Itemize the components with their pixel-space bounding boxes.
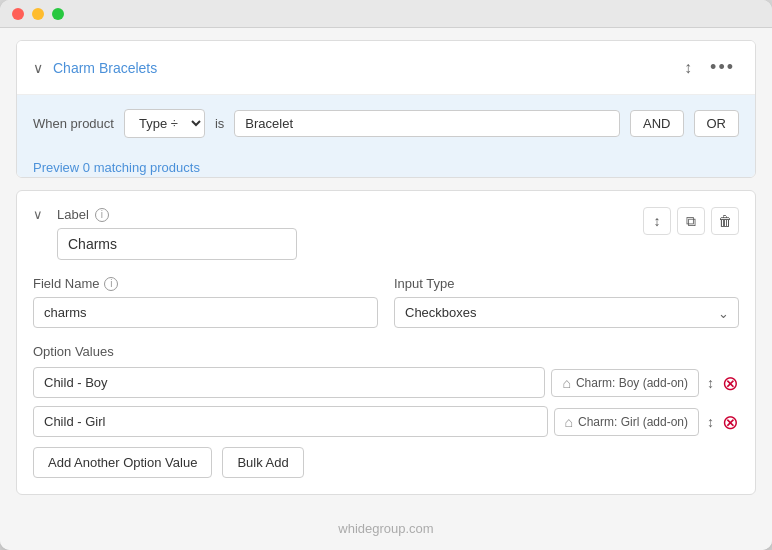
chevron-down-icon[interactable]: ∨ [33, 60, 43, 76]
bracelet-value-input[interactable] [234, 110, 620, 137]
dots-icon: ••• [710, 57, 735, 78]
sort-arrows-icon: ↕ [684, 59, 692, 77]
label-info-icon[interactable]: i [95, 208, 109, 222]
option-row-2: ⌂ Charm: Girl (add-on) ↕ ⊗ [33, 406, 739, 437]
bottom-buttons: Add Another Option Value Bulk Add [33, 447, 739, 478]
charms-header: ∨ Label i ↕ ⧉ 🗑 [33, 207, 739, 260]
and-button[interactable]: AND [630, 110, 683, 137]
input-type-select[interactable]: Checkboxes Radio Dropdown Text [394, 297, 739, 328]
bulk-add-button[interactable]: Bulk Add [222, 447, 303, 478]
input-type-label: Input Type [394, 276, 739, 291]
input-type-group: Input Type Checkboxes Radio Dropdown Tex… [394, 276, 739, 328]
charms-chevron-icon[interactable]: ∨ [33, 207, 43, 222]
option-row-1: ⌂ Charm: Boy (add-on) ↕ ⊗ [33, 367, 739, 398]
close-button[interactable] [12, 8, 24, 20]
input-type-wrapper: Checkboxes Radio Dropdown Text [394, 297, 739, 328]
option-remove-icon-1[interactable]: ⊗ [722, 371, 739, 395]
minimize-button[interactable] [32, 8, 44, 20]
charms-delete-button[interactable]: 🗑 [711, 207, 739, 235]
header-actions: ↕ ••• [680, 55, 739, 80]
trash-icon: 🗑 [718, 213, 732, 229]
field-name-input[interactable] [33, 297, 378, 328]
charms-section: ∨ Label i ↕ ⧉ 🗑 [16, 190, 756, 495]
or-button[interactable]: OR [694, 110, 740, 137]
condition-row: When product Type ÷ is AND OR [17, 95, 755, 152]
titlebar [0, 0, 772, 28]
sort-arrows-icon: ↕ [654, 213, 661, 229]
option-sort-icon-2[interactable]: ↕ [705, 412, 716, 432]
type-select[interactable]: Type ÷ [124, 109, 205, 138]
more-options-button[interactable]: ••• [706, 55, 739, 80]
charm-bracelets-card: ∨ Charm Bracelets ↕ ••• When product Typ… [16, 40, 756, 178]
field-name-label: Field Name i [33, 276, 378, 291]
label-field-label: Label [57, 207, 89, 222]
when-product-label: When product [33, 116, 114, 131]
is-label: is [215, 116, 224, 131]
option-input-1[interactable] [33, 367, 545, 398]
app-window: ∨ Charm Bracelets ↕ ••• When product Typ… [0, 0, 772, 550]
house-icon-1: ⌂ [562, 375, 570, 391]
maximize-button[interactable] [52, 8, 64, 20]
option-tag-1: ⌂ Charm: Boy (add-on) [551, 369, 699, 397]
copy-icon: ⧉ [686, 213, 696, 230]
charms-actions: ↕ ⧉ 🗑 [643, 207, 739, 235]
option-sort-icon-1[interactable]: ↕ [705, 373, 716, 393]
sort-button[interactable]: ↕ [680, 57, 696, 79]
main-content: ∨ Charm Bracelets ↕ ••• When product Typ… [0, 28, 772, 507]
option-tag-2: ⌂ Charm: Girl (add-on) [554, 408, 700, 436]
charms-copy-button[interactable]: ⧉ [677, 207, 705, 235]
label-input[interactable] [57, 228, 297, 260]
footer-text: whidegroup.com [338, 521, 433, 536]
preview-link[interactable]: Preview 0 matching products [17, 152, 755, 178]
bracelet-title: Charm Bracelets [53, 60, 680, 76]
option-tag-label-2: Charm: Girl (add-on) [578, 415, 688, 429]
add-option-button[interactable]: Add Another Option Value [33, 447, 212, 478]
footer: whidegroup.com [0, 507, 772, 550]
charms-sort-button[interactable]: ↕ [643, 207, 671, 235]
field-name-info-icon[interactable]: i [104, 277, 118, 291]
option-input-2[interactable] [33, 406, 548, 437]
house-icon-2: ⌂ [565, 414, 573, 430]
option-tag-label-1: Charm: Boy (add-on) [576, 376, 688, 390]
label-row: ∨ Label i [33, 207, 109, 222]
option-values-label: Option Values [33, 344, 739, 359]
option-remove-icon-2[interactable]: ⊗ [722, 410, 739, 434]
bracelet-header: ∨ Charm Bracelets ↕ ••• [17, 41, 755, 95]
fields-row: Field Name i Input Type Checkboxes Radio… [33, 276, 739, 328]
field-name-group: Field Name i [33, 276, 378, 328]
